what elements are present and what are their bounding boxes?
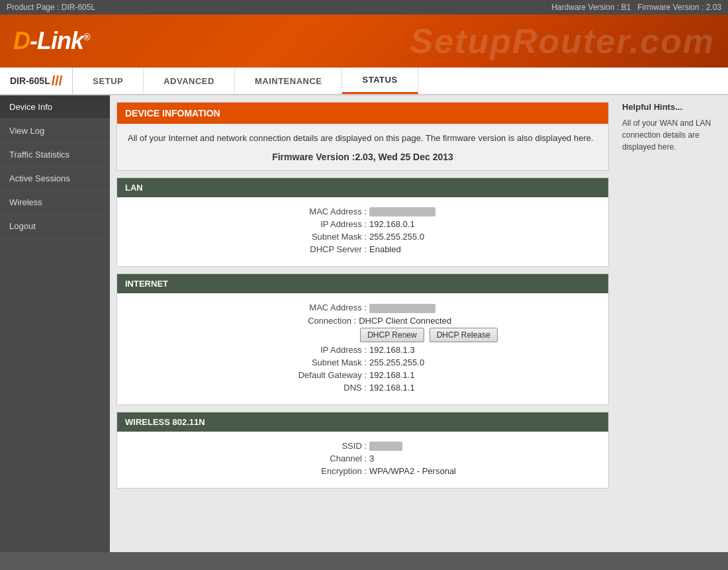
internet-subnet-value: 255.255.255.0 bbox=[369, 357, 488, 367]
lan-subnet-label: Subnet Mask : bbox=[237, 232, 369, 242]
lan-section: LAN MAC Address : IP Address : 192.168.0… bbox=[116, 177, 609, 267]
internet-connection-label: Connection : bbox=[226, 316, 359, 326]
lan-ip-label: IP Address : bbox=[237, 219, 369, 229]
lan-dhcp-label: DHCP Server : bbox=[237, 244, 369, 254]
device-info-box: DEVICE INFOMATION All of your Internet a… bbox=[116, 102, 609, 171]
header: D-Link® SetupRouter.com bbox=[0, 15, 728, 68]
internet-mac-value bbox=[369, 303, 488, 313]
dhcp-renew-button[interactable]: DHCP Renew bbox=[360, 328, 424, 342]
internet-body: MAC Address : Connection : DHCP Client C… bbox=[117, 293, 608, 404]
logo: D-Link® bbox=[13, 27, 89, 55]
content-area: DEVICE INFOMATION All of your Internet a… bbox=[110, 95, 615, 552]
wireless-header: WIRELESS 802.11N bbox=[117, 412, 608, 432]
wireless-section: WIRELESS 802.11N SSID : Channel : 3 Encr… bbox=[116, 412, 609, 489]
internet-ip-row: IP Address : 192.168.1.3 bbox=[128, 345, 598, 355]
lan-subnet-row: Subnet Mask : 255.255.255.0 bbox=[128, 232, 598, 242]
internet-ip-value: 192.168.1.3 bbox=[369, 345, 488, 355]
wireless-encryption-value: WPA/WPA2 - Personal bbox=[369, 466, 488, 476]
tab-setup[interactable]: SETUP bbox=[73, 68, 144, 94]
tab-advanced[interactable]: ADVANCED bbox=[144, 68, 235, 94]
internet-mac-row: MAC Address : bbox=[128, 303, 598, 313]
lan-ip-row: IP Address : 192.168.0.1 bbox=[128, 219, 598, 229]
internet-gateway-row: Default Gateway : 192.168.1.1 bbox=[128, 370, 598, 380]
version-info: Hardware Version : B1 Firmware Version :… bbox=[551, 3, 721, 12]
hints-text: All of your WAN and LAN connection detai… bbox=[622, 117, 721, 153]
tab-status[interactable]: STATUS bbox=[342, 68, 418, 94]
wireless-channel-value: 3 bbox=[369, 453, 488, 463]
watermark: SetupRouter.com bbox=[410, 21, 715, 61]
lan-header: LAN bbox=[117, 178, 608, 197]
main-layout: Device Info View Log Traffic Statistics … bbox=[0, 95, 728, 552]
wireless-encryption-row: Encryption : WPA/WPA2 - Personal bbox=[128, 466, 598, 476]
internet-subnet-label: Subnet Mask : bbox=[237, 357, 369, 367]
nav-tabs: SETUP ADVANCED MAINTENANCE STATUS bbox=[73, 68, 728, 94]
internet-ip-label: IP Address : bbox=[237, 345, 369, 355]
internet-section: INTERNET MAC Address : Connection : DHCP… bbox=[116, 273, 609, 405]
wireless-ssid-label: SSID : bbox=[237, 441, 369, 451]
hints-panel: Helpful Hints... All of your WAN and LAN… bbox=[615, 95, 728, 552]
wireless-ssid-value bbox=[369, 441, 488, 451]
hints-title: Helpful Hints... bbox=[622, 102, 721, 112]
sidebar-item-view-log[interactable]: View Log bbox=[0, 119, 110, 143]
product-label: Product Page : DIR-605L bbox=[7, 3, 95, 12]
internet-dns-label: DNS : bbox=[237, 383, 369, 393]
internet-gateway-value: 192.168.1.1 bbox=[369, 370, 488, 380]
lan-ip-value: 192.168.0.1 bbox=[369, 219, 488, 229]
internet-connection-value: DHCP Client Connected DHCP Renew DHCP Re… bbox=[359, 316, 499, 342]
internet-gateway-label: Default Gateway : bbox=[237, 370, 369, 380]
internet-mac-label: MAC Address : bbox=[237, 303, 369, 313]
internet-dns-row: DNS : 192.168.1.1 bbox=[128, 383, 598, 393]
top-bar: Product Page : DIR-605L Hardware Version… bbox=[0, 0, 728, 15]
firmware-version-line: Firmware Version :2.03, Wed 25 Dec 2013 bbox=[128, 152, 598, 162]
device-info-header: DEVICE INFOMATION bbox=[117, 103, 608, 124]
internet-subnet-row: Subnet Mask : 255.255.255.0 bbox=[128, 357, 598, 367]
wireless-ssid-row: SSID : bbox=[128, 441, 598, 451]
wireless-body: SSID : Channel : 3 Encryption : WPA/WPA2… bbox=[117, 432, 608, 489]
sidebar-item-traffic-statistics[interactable]: Traffic Statistics bbox=[0, 143, 110, 167]
sidebar-item-wireless[interactable]: Wireless bbox=[0, 191, 110, 214]
lan-mac-label: MAC Address : bbox=[237, 207, 369, 217]
internet-dns-value: 192.168.1.1 bbox=[369, 383, 488, 393]
lan-mac-row: MAC Address : bbox=[128, 207, 598, 217]
lan-dhcp-value: Enabled bbox=[369, 244, 488, 254]
sidebar-item-active-sessions[interactable]: Active Sessions bbox=[0, 167, 110, 191]
device-info-description: All of your Internet and network connect… bbox=[128, 132, 598, 145]
lan-subnet-value: 255.255.255.0 bbox=[369, 232, 488, 242]
lan-body: MAC Address : IP Address : 192.168.0.1 S… bbox=[117, 197, 608, 267]
tab-maintenance[interactable]: MAINTENANCE bbox=[235, 68, 343, 94]
wireless-encryption-label: Encryption : bbox=[237, 466, 369, 476]
lan-mac-value bbox=[369, 207, 488, 217]
internet-header: INTERNET bbox=[117, 274, 608, 293]
lan-dhcp-row: DHCP Server : Enabled bbox=[128, 244, 598, 254]
internet-connection-row: Connection : DHCP Client Connected DHCP … bbox=[128, 316, 598, 342]
model-label: DIR-605L /// bbox=[0, 68, 73, 94]
dhcp-status: DHCP Client Connected bbox=[359, 316, 499, 326]
sidebar-item-logout[interactable]: Logout bbox=[0, 214, 110, 238]
sidebar-item-device-info[interactable]: Device Info bbox=[0, 95, 110, 119]
sidebar: Device Info View Log Traffic Statistics … bbox=[0, 95, 110, 552]
wireless-channel-label: Channel : bbox=[237, 453, 369, 463]
wireless-channel-row: Channel : 3 bbox=[128, 453, 598, 463]
device-info-body: All of your Internet and network connect… bbox=[117, 124, 608, 170]
dhcp-buttons: DHCP Renew DHCP Release bbox=[359, 328, 499, 342]
nav-bar: DIR-605L /// SETUP ADVANCED MAINTENANCE … bbox=[0, 68, 728, 95]
dhcp-release-button[interactable]: DHCP Release bbox=[430, 328, 498, 342]
